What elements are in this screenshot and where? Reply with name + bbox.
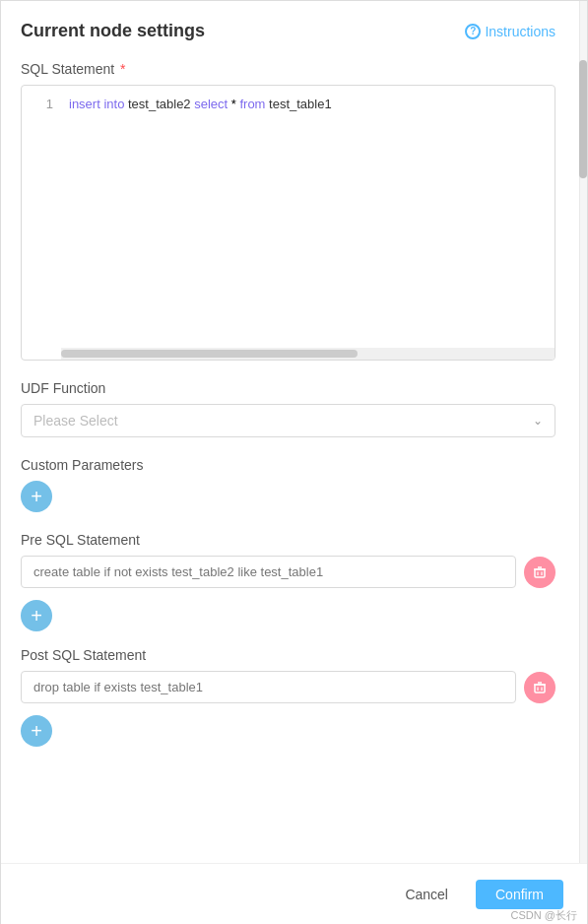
code-scrollbar-thumb[interactable]: [61, 350, 358, 358]
help-icon: ?: [465, 24, 481, 39]
post-sql-input[interactable]: [21, 671, 516, 703]
pre-sql-input-row: [21, 556, 555, 588]
content-area: Current node settings ? Instructions SQL…: [1, 1, 587, 924]
custom-params-section: Custom Parameters +: [21, 457, 555, 512]
page-title: Current node settings: [21, 21, 205, 41]
confirm-button[interactable]: Confirm: [476, 880, 563, 909]
sql-statement-label: SQL Statement *: [21, 61, 555, 77]
udf-label: UDF Function: [21, 380, 555, 396]
scrollbar[interactable]: [579, 1, 587, 924]
cancel-button[interactable]: Cancel: [389, 881, 464, 908]
code-line-1: insert into test_table2 select * from te…: [69, 94, 547, 115]
watermark: CSDN @长行: [511, 908, 577, 923]
pre-sql-input[interactable]: [21, 556, 516, 588]
required-star: *: [120, 61, 125, 77]
udf-section: UDF Function Please Select ⌄: [21, 380, 555, 437]
udf-placeholder: Please Select: [33, 413, 118, 429]
code-editor[interactable]: 1 insert into test_table2 select * from …: [21, 85, 555, 361]
post-sql-delete-button[interactable]: [524, 672, 555, 703]
code-scrollbar[interactable]: [61, 348, 555, 360]
instructions-link[interactable]: ? Instructions: [465, 24, 555, 39]
post-sql-input-row: [21, 671, 555, 703]
udf-select[interactable]: Please Select ⌄: [21, 404, 555, 437]
trash-icon: [533, 681, 547, 694]
post-sql-section: Post SQL Statement +: [21, 647, 555, 747]
panel: Current node settings ? Instructions SQL…: [0, 0, 588, 924]
svg-rect-5: [535, 685, 545, 693]
add-custom-param-button[interactable]: +: [21, 481, 52, 512]
instructions-label: Instructions: [485, 24, 555, 39]
pre-sql-label: Pre SQL Statement: [21, 532, 555, 548]
header: Current node settings ? Instructions: [21, 21, 555, 41]
svg-rect-0: [535, 569, 545, 577]
line-numbers: 1: [22, 94, 61, 340]
footer: Cancel Confirm: [1, 863, 587, 924]
code-editor-inner: 1 insert into test_table2 select * from …: [22, 86, 555, 348]
custom-params-label: Custom Parameters: [21, 457, 555, 473]
scrollbar-thumb[interactable]: [579, 60, 587, 178]
add-post-sql-button[interactable]: +: [21, 715, 52, 747]
code-content[interactable]: insert into test_table2 select * from te…: [61, 94, 555, 340]
pre-sql-delete-button[interactable]: [524, 557, 555, 588]
trash-icon: [533, 565, 547, 579]
post-sql-label: Post SQL Statement: [21, 647, 555, 663]
add-pre-sql-button[interactable]: +: [21, 600, 52, 631]
pre-sql-section: Pre SQL Statement +: [21, 532, 555, 631]
chevron-down-icon: ⌄: [533, 414, 543, 428]
